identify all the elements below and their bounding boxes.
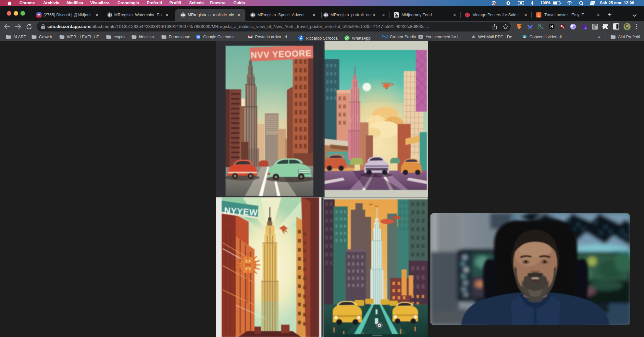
svg-text:E: E [538,13,540,18]
svg-text:VOGEXIS: VOGEXIS [347,112,404,125]
svg-text:5: 5 [585,27,586,30]
svg-text:31: 31 [197,36,200,38]
